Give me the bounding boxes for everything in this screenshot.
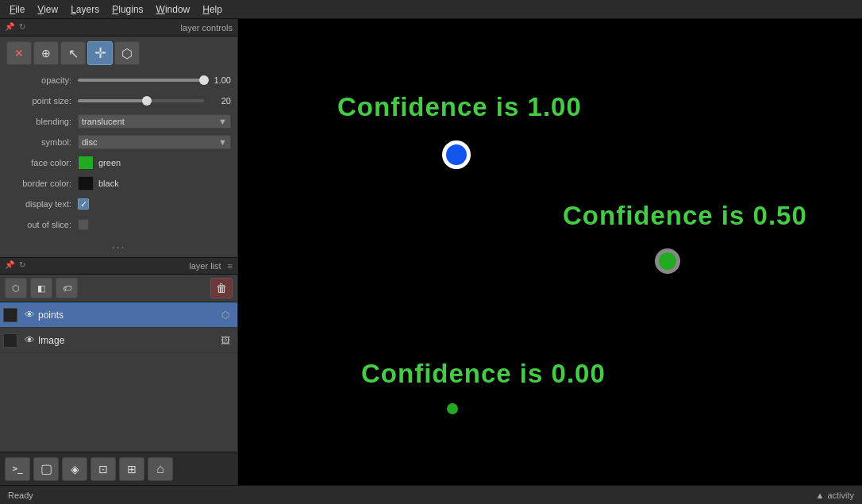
layer-points-tool[interactable]: ⬡ <box>5 278 27 298</box>
border-color-name: black <box>98 179 119 188</box>
cube-btn[interactable]: ◈ <box>62 457 87 481</box>
blending-label: blending: <box>6 117 78 126</box>
move-btn[interactable]: ✛ <box>87 41 113 65</box>
point-inner-050 <box>659 252 676 270</box>
layer-list-title: layer list <box>37 261 221 271</box>
opacity-value: 1.00 <box>78 75 231 85</box>
menu-plugins[interactable]: Plugins <box>106 2 149 17</box>
opacity-track <box>78 79 204 82</box>
activity-arrow-icon: ▲ <box>815 491 824 500</box>
out-of-slice-row: out of slice: <box>6 216 231 233</box>
layer-scatter-icon: ⬡ <box>217 306 234 324</box>
layer-image-icon: 🖼 <box>217 332 234 349</box>
select-arrow-btn[interactable]: ↖ <box>60 41 86 65</box>
terminal-btn[interactable]: >_ <box>5 457 30 481</box>
symbol-select[interactable]: disc ▼ <box>78 135 231 149</box>
add-btn[interactable]: ⊕ <box>33 41 59 65</box>
status-text: Ready <box>8 491 815 500</box>
layer-delete-btn[interactable]: 🗑 <box>210 278 233 298</box>
layer-controls-title: layer controls <box>37 23 233 33</box>
panel-spacer <box>0 353 237 452</box>
blending-select-text: translucent <box>82 117 125 126</box>
layer-list-refresh-icon[interactable]: ↻ <box>19 260 30 271</box>
layer-shape-tool[interactable]: ◧ <box>30 278 52 298</box>
layer-color-image <box>3 333 17 348</box>
layer-list-header: 📌 ↻ layer list ≡ <box>0 257 237 275</box>
layer-color-points <box>3 308 17 322</box>
point-size-label: point size: <box>6 96 78 106</box>
layer-label-tool[interactable]: 🏷 <box>56 278 78 298</box>
layer-controls-header: 📌 ↻ layer controls <box>0 19 237 37</box>
display-text-checkbox[interactable]: ✓ <box>78 198 89 210</box>
blending-value: translucent ▼ <box>78 114 231 129</box>
border-color-row: border color: black <box>6 175 231 192</box>
face-color-row-inner[interactable]: green <box>78 156 231 170</box>
opacity-thumb[interactable] <box>199 75 209 85</box>
layer-list-pin-icon[interactable]: 📌 <box>5 260 16 271</box>
out-of-slice-checkbox[interactable] <box>78 219 89 230</box>
point-size-row: point size: 20 <box>6 92 231 110</box>
menu-view[interactable]: View <box>31 2 64 17</box>
out-of-slice-value <box>78 219 231 230</box>
layer-item-points[interactable]: 👁 points ⬡ <box>0 302 237 328</box>
border-color-value: black <box>78 176 231 190</box>
face-color-row: face color: green <box>6 154 231 171</box>
menu-window[interactable]: Window <box>150 2 197 17</box>
blending-arrow-icon: ▼ <box>218 117 227 126</box>
face-color-label: face color: <box>6 158 78 167</box>
statusbar: Ready ▲ activity <box>0 485 862 504</box>
blending-row: blending: translucent ▼ <box>6 113 231 130</box>
layer-name-image: Image <box>38 335 217 346</box>
box-arrow-btn[interactable]: ⊡ <box>90 457 116 481</box>
layer-list: 👁 points ⬡ 👁 Image 🖼 <box>0 302 237 353</box>
activity-section[interactable]: ▲ activity <box>815 491 854 500</box>
controls-toolbar: ✕ ⊕ ↖ ✛ ⬡ <box>6 41 231 65</box>
confidence-label-000: Confidence is 0.00 <box>361 359 606 389</box>
confidence-label-100: Confidence is 1.00 <box>337 92 582 122</box>
display-text-row: display text: ✓ <box>6 195 231 213</box>
symbol-label: symbol: <box>6 137 78 147</box>
opacity-slider-container[interactable]: 1.00 <box>78 75 231 85</box>
layer-eye-points[interactable]: 👁 <box>21 306 38 324</box>
checkmark-icon: ✓ <box>80 199 87 210</box>
face-color-swatch[interactable] <box>78 156 94 170</box>
refresh-icon[interactable]: ↻ <box>19 22 30 33</box>
home-btn[interactable]: ⌂ <box>148 457 173 481</box>
layer-eye-image[interactable]: 👁 <box>21 332 38 349</box>
activity-label: activity <box>827 491 854 500</box>
menu-file[interactable]: File <box>3 2 31 17</box>
menu-layers[interactable]: Layers <box>64 2 106 17</box>
main-layout: 📌 ↻ layer controls ✕ ⊕ ↖ ✛ ⬡ opacity: <box>0 19 862 485</box>
display-text-value: ✓ <box>78 198 231 210</box>
lasso-btn[interactable]: ⬡ <box>114 41 140 65</box>
layer-item-image[interactable]: 👁 Image 🖼 <box>0 328 237 353</box>
menubar: File View Layers Plugins Window Help <box>0 0 862 19</box>
symbol-arrow-icon: ▼ <box>218 137 227 147</box>
confidence-label-050: Confidence is 0.50 <box>563 201 807 231</box>
symbol-select-text: disc <box>82 137 98 147</box>
close-btn[interactable]: ✕ <box>6 41 32 65</box>
face-color-name: green <box>98 158 121 167</box>
point-000 <box>447 403 458 414</box>
opacity-label: opacity: <box>6 75 78 85</box>
layer-list-menu-icon[interactable]: ≡ <box>228 261 233 271</box>
pin-icon[interactable]: 📌 <box>5 22 16 33</box>
layer-name-points: points <box>38 310 217 321</box>
menu-help[interactable]: Help <box>196 2 229 17</box>
point-inner-100 <box>446 144 467 165</box>
opacity-fill <box>78 79 204 82</box>
point-size-thumb[interactable] <box>142 96 152 106</box>
point-size-fill <box>78 99 147 102</box>
symbol-row: symbol: disc ▼ <box>6 133 231 151</box>
canvas-area[interactable]: Confidence is 1.00 Confidence is 0.50 Co… <box>238 19 862 485</box>
left-panel: 📌 ↻ layer controls ✕ ⊕ ↖ ✛ ⬡ opacity: <box>0 19 238 485</box>
grid-btn[interactable]: ⊞ <box>119 457 144 481</box>
point-size-slider-container[interactable]: 20 <box>78 96 231 106</box>
border-color-row-inner[interactable]: black <box>78 176 231 190</box>
display-text-label: display text: <box>6 199 78 209</box>
point-size-track <box>78 99 204 102</box>
border-color-swatch[interactable] <box>78 176 94 190</box>
dots-menu[interactable]: ... <box>6 237 231 252</box>
square-btn[interactable]: ▢ <box>33 457 59 481</box>
blending-select[interactable]: translucent ▼ <box>78 114 231 129</box>
